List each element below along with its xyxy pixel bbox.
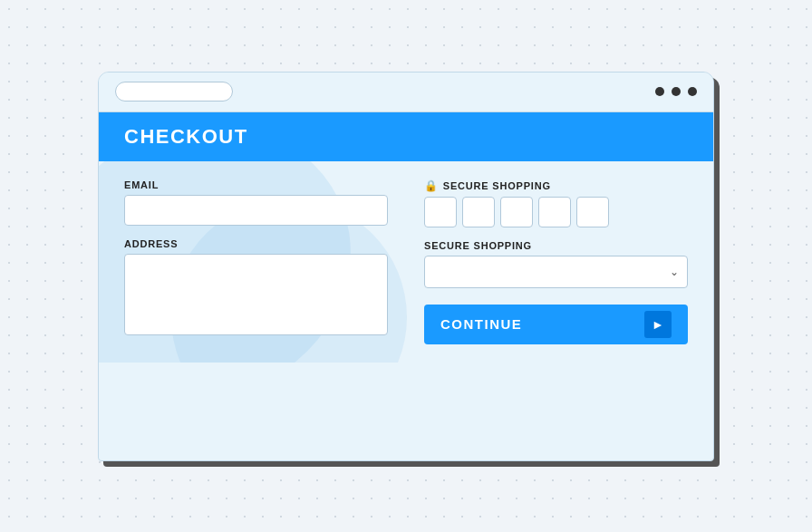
page-title: CHECKOUT	[124, 125, 688, 149]
address-field-group: ADDRESS	[124, 238, 388, 335]
email-field-group: EMAIL	[124, 179, 388, 226]
address-label: ADDRESS	[124, 238, 388, 249]
card-box-2	[462, 197, 495, 227]
secure-shopping-select-group: SECURE SHOPPING Option 1 Option 2 ⌄	[424, 240, 688, 288]
address-bar	[115, 82, 233, 102]
secure-shopping-select[interactable]: Option 1 Option 2	[424, 256, 688, 288]
card-box-4	[538, 197, 571, 227]
secure-shopping-label-1: 🔒 SECURE SHOPPING	[424, 179, 688, 192]
secure-shopping-card-group: 🔒 SECURE SHOPPING	[424, 179, 688, 227]
card-box-5	[576, 197, 609, 227]
select-wrapper: Option 1 Option 2 ⌄	[424, 256, 688, 288]
browser-dot-1	[655, 87, 664, 96]
checkout-body: EMAIL ADDRESS 🔒 SECURE SHOPPING	[99, 161, 713, 363]
card-box-3	[500, 197, 533, 227]
secure-label-text: SECURE SHOPPING	[443, 180, 551, 191]
left-column: EMAIL ADDRESS	[124, 179, 388, 344]
browser-dot-2	[672, 87, 681, 96]
lock-icon: 🔒	[424, 179, 439, 192]
card-boxes	[424, 197, 688, 227]
address-input[interactable]	[124, 254, 388, 335]
continue-arrow-icon: ►	[644, 311, 672, 338]
checkout-header: CHECKOUT	[99, 112, 713, 161]
card-box-1	[424, 197, 457, 227]
browser-dot-3	[688, 87, 697, 96]
continue-button[interactable]: CONTINUE ►	[424, 305, 688, 344]
browser-window: CHECKOUT EMAIL ADDRESS 🔒 SECURE SHOPPING	[98, 72, 714, 461]
email-input[interactable]	[124, 195, 388, 226]
right-column: 🔒 SECURE SHOPPING SECURE SHOPPING Optio	[424, 179, 688, 344]
email-label: EMAIL	[124, 179, 388, 190]
secure-shopping-label-2: SECURE SHOPPING	[424, 240, 688, 251]
browser-dots	[655, 87, 697, 96]
continue-label: CONTINUE	[440, 316, 522, 332]
browser-titlebar	[99, 73, 713, 112]
